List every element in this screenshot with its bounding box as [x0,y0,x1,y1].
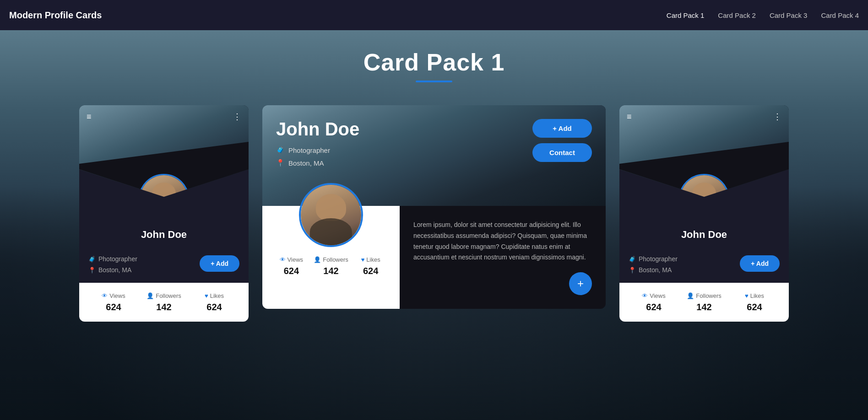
card-center-name: John Doe [276,119,359,140]
card-right-profession: Photographer [639,255,678,263]
card-left-header-icons: ≡ ⋮ [79,113,249,121]
stat-followers-value-center: 142 [311,266,351,276]
stat-views-right: 👁 Views 624 [629,292,679,312]
card-right-location-row: 📍 Boston, MA [629,266,678,274]
user-icon-right: 👤 [687,292,694,299]
stat-followers-label-left: 👤 Followers [139,292,189,299]
card-left-stats: 👁 Views 624 👤 Followers 142 ♥ Likes [79,283,249,322]
stat-views-left: 👁 Views 624 [88,292,139,312]
center-profession: Photographer [288,146,330,154]
card-center-desc: Lorem ipsum, dolor sit amet consectetur … [400,206,606,309]
navbar: Modern Profile Cards Card Pack 1 Card Pa… [0,0,868,30]
card-left-profession: Photographer [98,255,137,263]
stat-likes-label-left: ♥ Likes [189,292,239,299]
briefcase-icon-left: 🧳 [88,256,96,263]
stat-views-label-right: 👁 Views [629,292,679,299]
briefcase-icon-center: 🧳 [276,146,285,154]
contact-button-center[interactable]: Contact [532,143,592,162]
pin-icon-center: 📍 [276,159,285,167]
eye-icon-right: 👁 [642,292,648,299]
stat-likes-value-left: 624 [189,302,239,312]
card-left-meta: 🧳 Photographer 📍 Boston, MA [88,255,137,274]
section-title-underline [416,81,452,82]
stat-followers-label-right: 👤 Followers [679,292,729,299]
card-left-profession-row: 🧳 Photographer [88,255,137,263]
profile-card-center: John Doe 🧳 Photographer 📍 Boston, MA [262,105,606,309]
card-left-location: Boston, MA [98,266,131,274]
stat-views-label-left: 👁 Views [88,292,139,299]
stat-views-label-center: 👁 Views [271,256,311,263]
card-center-left: 👁 Views 624 👤 Followers 142 [262,206,400,309]
heart-icon-left: ♥ [205,292,208,299]
stat-followers-value-left: 142 [139,302,189,312]
stat-likes-label-right: ♥ Likes [729,292,780,299]
heart-icon-right: ♥ [745,292,749,299]
card-right-meta-btn: 🧳 Photographer 📍 Boston, MA + Add [619,255,789,283]
cards-container: ≡ ⋮ John Doe 🧳 Photographer [0,105,868,322]
card-right-name: John Doe [629,229,780,241]
dots-icon-right[interactable]: ⋮ [773,113,781,121]
stat-views-value-center: 624 [271,266,311,276]
description-text: Lorem ipsum, dolor sit amet consectetur … [413,220,592,263]
stat-likes-value-center: 624 [351,266,391,276]
hamburger-icon-left[interactable]: ≡ [87,113,92,121]
nav-card-pack-1[interactable]: Card Pack 1 [667,8,705,23]
stat-followers-right: 👤 Followers 142 [679,292,729,312]
stat-views-center: 👁 Views 624 [271,256,311,276]
briefcase-icon-right: 🧳 [629,256,636,263]
stat-likes-right: ♥ Likes 624 [729,292,780,312]
stat-followers-left: 👤 Followers 142 [139,292,189,312]
center-location: Boston, MA [288,159,324,167]
stat-likes-value-right: 624 [729,302,780,312]
card-center-actions: + Add Contact [532,119,592,162]
center-profession-row: 🧳 Photographer [276,146,359,154]
add-button-left[interactable]: + Add [200,255,239,272]
card-left-name: John Doe [88,229,239,241]
eye-icon-center: 👁 [280,256,286,263]
stat-likes-label-center: ♥ Likes [351,256,391,263]
user-icon-left: 👤 [146,292,154,299]
hamburger-icon-right[interactable]: ≡ [627,113,632,121]
card-left-meta-btn: 🧳 Photographer 📍 Boston, MA + Add [79,255,249,283]
card-right-stats: 👁 Views 624 👤 Followers 142 ♥ Likes [619,283,789,322]
dots-icon-left[interactable]: ⋮ [233,113,241,121]
card-right-info: John Doe [619,197,789,255]
nav-card-pack-3[interactable]: Card Pack 3 [770,8,808,23]
card-center-header-left: John Doe 🧳 Photographer 📍 Boston, MA [276,119,359,167]
eye-icon-left: 👁 [102,292,108,299]
section-title-wrap: Card Pack 1 [0,30,868,105]
stat-views-value-left: 624 [88,302,139,312]
card-right-location: Boston, MA [639,266,672,274]
card-right-profession-row: 🧳 Photographer [629,255,678,263]
center-location-row: 📍 Boston, MA [276,159,359,167]
add-button-center[interactable]: + Add [532,119,592,138]
card-right-meta: 🧳 Photographer 📍 Boston, MA [629,255,678,274]
avatar-center [299,183,363,247]
card-right-header-icons: ≡ ⋮ [619,113,789,121]
avatar-img-center [301,185,361,245]
card-left-location-row: 📍 Boston, MA [88,266,137,274]
fab-button-center[interactable]: + [569,272,592,295]
card-left-info: John Doe [79,197,249,255]
nav-links: Card Pack 1 Card Pack 2 Card Pack 3 Card… [667,8,859,23]
user-icon-center: 👤 [314,256,321,263]
profile-card-left: ≡ ⋮ John Doe 🧳 Photographer [79,105,249,322]
brand-title: Modern Profile Cards [9,10,102,21]
heart-icon-center: ♥ [361,256,365,263]
stat-views-value-right: 624 [629,302,679,312]
stat-followers-value-right: 142 [679,302,729,312]
pin-icon-right: 📍 [629,267,636,274]
nav-card-pack-4[interactable]: Card Pack 4 [821,8,859,23]
stat-followers-center: 👤 Followers 142 [311,256,351,276]
nav-card-pack-2[interactable]: Card Pack 2 [718,8,756,23]
card-center-body: 👁 Views 624 👤 Followers 142 [262,206,606,309]
stat-likes-left: ♥ Likes 624 [189,292,239,312]
card-center-stats: 👁 Views 624 👤 Followers 142 [271,256,391,276]
section-title: Card Pack 1 [0,48,868,76]
add-button-right[interactable]: + Add [740,255,780,272]
stat-followers-label-center: 👤 Followers [311,256,351,263]
pin-icon-left: 📍 [88,267,96,274]
hero-section: Card Pack 1 ≡ ⋮ John Doe [0,30,868,420]
stat-likes-center: ♥ Likes 624 [351,256,391,276]
profile-card-right: ≡ ⋮ John Doe 🧳 Photographer [619,105,789,322]
